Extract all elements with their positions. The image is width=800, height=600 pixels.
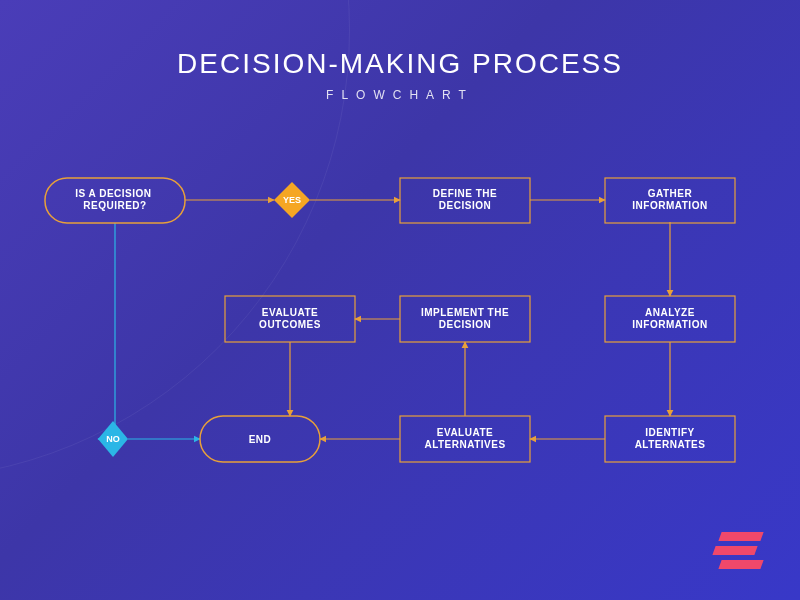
node-end-label: END [249,434,272,445]
node-eval-alt-label: EVALUATEALTERNATIVES [424,427,505,450]
logo-icon [710,532,764,574]
node-define-label: DEFINE THEDECISION [433,188,497,211]
diamond-no-label: NO [106,434,120,444]
node-implement-label: IMPLEMENT THEDECISION [421,307,509,330]
node-eval-out-label: EVALUATEOUTCOMES [259,307,321,330]
node-identify-label: IDENTIFYALTERNATES [635,427,706,450]
node-analyze-label: ANALYZEINFORMATION [632,307,707,330]
diamond-yes-label: YES [283,195,301,205]
connector [98,223,115,439]
node-start-label: IS A DECISION REQUIRED? [75,188,155,211]
flowchart-canvas: IS A DECISION REQUIRED? YES NO DEFINE TH… [0,0,800,600]
node-gather-label: GATHERINFORMATION [632,188,707,211]
